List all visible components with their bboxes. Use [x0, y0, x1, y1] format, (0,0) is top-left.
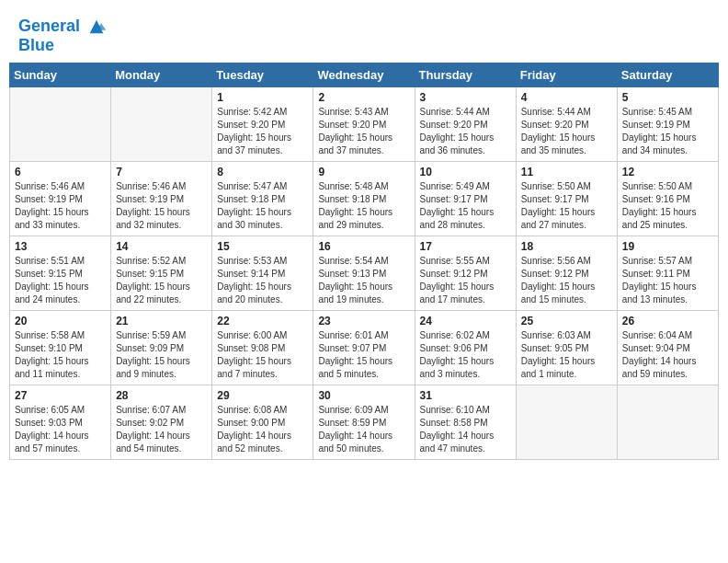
- cell-content: Sunrise: 5:52 AM Sunset: 9:15 PM Dayligh…: [116, 255, 207, 306]
- cell-content: Sunrise: 5:48 AM Sunset: 9:18 PM Dayligh…: [318, 180, 409, 232]
- calendar-cell: [111, 86, 212, 161]
- calendar-week-row: 1Sunrise: 5:42 AM Sunset: 9:20 PM Daylig…: [10, 86, 719, 161]
- cell-content: Sunrise: 6:03 AM Sunset: 9:05 PM Dayligh…: [521, 329, 612, 381]
- logo-text: General Blue: [18, 17, 107, 55]
- cell-content: Sunrise: 5:57 AM Sunset: 9:11 PM Dayligh…: [622, 255, 713, 306]
- cell-content: Sunrise: 5:56 AM Sunset: 9:12 PM Dayligh…: [521, 255, 612, 306]
- calendar-week-row: 27Sunrise: 6:05 AM Sunset: 9:03 PM Dayli…: [10, 385, 719, 459]
- cell-content: Sunrise: 5:42 AM Sunset: 9:20 PM Dayligh…: [217, 106, 308, 157]
- day-number: 10: [420, 166, 511, 178]
- calendar-cell: 27Sunrise: 6:05 AM Sunset: 9:03 PM Dayli…: [10, 385, 111, 459]
- weekday-header-row: SundayMondayTuesdayWednesdayThursdayFrid…: [10, 63, 719, 86]
- calendar-cell: 13Sunrise: 5:51 AM Sunset: 9:15 PM Dayli…: [10, 236, 111, 310]
- calendar-cell: 1Sunrise: 5:42 AM Sunset: 9:20 PM Daylig…: [212, 86, 313, 161]
- weekday-header-friday: Friday: [516, 63, 617, 86]
- day-number: 7: [116, 166, 207, 178]
- day-number: 28: [116, 389, 207, 402]
- calendar-cell: [516, 385, 617, 459]
- day-number: 1: [217, 91, 308, 104]
- weekday-header-monday: Monday: [111, 63, 212, 86]
- calendar-week-row: 20Sunrise: 5:58 AM Sunset: 9:10 PM Dayli…: [10, 310, 719, 385]
- day-number: 30: [318, 389, 409, 402]
- day-number: 16: [318, 240, 409, 253]
- day-number: 5: [622, 91, 713, 104]
- day-number: 26: [622, 315, 713, 327]
- calendar-cell: 14Sunrise: 5:52 AM Sunset: 9:15 PM Dayli…: [111, 236, 212, 310]
- calendar-cell: 20Sunrise: 5:58 AM Sunset: 9:10 PM Dayli…: [10, 310, 111, 385]
- cell-content: Sunrise: 6:05 AM Sunset: 9:03 PM Dayligh…: [15, 404, 106, 455]
- cell-content: Sunrise: 5:46 AM Sunset: 9:19 PM Dayligh…: [116, 180, 207, 232]
- day-number: 9: [318, 166, 409, 178]
- calendar-cell: 15Sunrise: 5:53 AM Sunset: 9:14 PM Dayli…: [212, 236, 313, 310]
- day-number: 15: [217, 240, 308, 253]
- calendar-cell: 5Sunrise: 5:45 AM Sunset: 9:19 PM Daylig…: [617, 86, 718, 161]
- page-header: General Blue: [9, 9, 719, 59]
- calendar-cell: 2Sunrise: 5:43 AM Sunset: 9:20 PM Daylig…: [313, 86, 415, 161]
- calendar-cell: 4Sunrise: 5:44 AM Sunset: 9:20 PM Daylig…: [516, 86, 617, 161]
- day-number: 13: [15, 240, 106, 253]
- day-number: 3: [420, 91, 511, 104]
- calendar-table: SundayMondayTuesdayWednesdayThursdayFrid…: [9, 63, 719, 460]
- calendar-cell: 7Sunrise: 5:46 AM Sunset: 9:19 PM Daylig…: [111, 161, 212, 236]
- day-number: 8: [217, 166, 308, 178]
- calendar-cell: 21Sunrise: 5:59 AM Sunset: 9:09 PM Dayli…: [111, 310, 212, 385]
- cell-content: Sunrise: 5:44 AM Sunset: 9:20 PM Dayligh…: [420, 106, 511, 157]
- calendar-cell: 18Sunrise: 5:56 AM Sunset: 9:12 PM Dayli…: [516, 236, 617, 310]
- day-number: 17: [420, 240, 511, 253]
- cell-content: Sunrise: 5:50 AM Sunset: 9:16 PM Dayligh…: [622, 180, 713, 232]
- calendar-cell: 22Sunrise: 6:00 AM Sunset: 9:08 PM Dayli…: [212, 310, 313, 385]
- cell-content: Sunrise: 6:10 AM Sunset: 8:58 PM Dayligh…: [420, 404, 511, 455]
- cell-content: Sunrise: 5:59 AM Sunset: 9:09 PM Dayligh…: [116, 329, 207, 381]
- calendar-cell: 12Sunrise: 5:50 AM Sunset: 9:16 PM Dayli…: [617, 161, 718, 236]
- cell-content: Sunrise: 5:54 AM Sunset: 9:13 PM Dayligh…: [318, 255, 409, 306]
- cell-content: Sunrise: 6:02 AM Sunset: 9:06 PM Dayligh…: [420, 329, 511, 381]
- calendar-cell: [617, 385, 718, 459]
- day-number: 18: [521, 240, 612, 253]
- cell-content: Sunrise: 5:58 AM Sunset: 9:10 PM Dayligh…: [15, 329, 106, 381]
- cell-content: Sunrise: 5:44 AM Sunset: 9:20 PM Dayligh…: [521, 106, 612, 157]
- day-number: 6: [15, 166, 106, 178]
- day-number: 4: [521, 91, 612, 104]
- calendar-cell: 26Sunrise: 6:04 AM Sunset: 9:04 PM Dayli…: [617, 310, 718, 385]
- day-number: 2: [318, 91, 409, 104]
- calendar-cell: 6Sunrise: 5:46 AM Sunset: 9:19 PM Daylig…: [10, 161, 111, 236]
- calendar-cell: 10Sunrise: 5:49 AM Sunset: 9:17 PM Dayli…: [415, 161, 516, 236]
- cell-content: Sunrise: 5:51 AM Sunset: 9:15 PM Dayligh…: [15, 255, 106, 306]
- cell-content: Sunrise: 5:46 AM Sunset: 9:19 PM Dayligh…: [15, 180, 106, 232]
- day-number: 20: [15, 315, 106, 327]
- calendar-cell: 30Sunrise: 6:09 AM Sunset: 8:59 PM Dayli…: [313, 385, 415, 459]
- cell-content: Sunrise: 5:55 AM Sunset: 9:12 PM Dayligh…: [420, 255, 511, 306]
- day-number: 12: [622, 166, 713, 178]
- cell-content: Sunrise: 5:50 AM Sunset: 9:17 PM Dayligh…: [521, 180, 612, 232]
- weekday-header-sunday: Sunday: [10, 63, 111, 86]
- calendar-cell: 29Sunrise: 6:08 AM Sunset: 9:00 PM Dayli…: [212, 385, 313, 459]
- cell-content: Sunrise: 5:49 AM Sunset: 9:17 PM Dayligh…: [420, 180, 511, 232]
- weekday-header-tuesday: Tuesday: [212, 63, 313, 86]
- cell-content: Sunrise: 6:07 AM Sunset: 9:02 PM Dayligh…: [116, 404, 207, 455]
- cell-content: Sunrise: 5:43 AM Sunset: 9:20 PM Dayligh…: [318, 106, 409, 157]
- calendar-cell: 19Sunrise: 5:57 AM Sunset: 9:11 PM Dayli…: [617, 236, 718, 310]
- day-number: 29: [217, 389, 308, 402]
- day-number: 14: [116, 240, 207, 253]
- day-number: 27: [15, 389, 106, 402]
- calendar-cell: 9Sunrise: 5:48 AM Sunset: 9:18 PM Daylig…: [313, 161, 415, 236]
- cell-content: Sunrise: 5:53 AM Sunset: 9:14 PM Dayligh…: [217, 255, 308, 306]
- calendar-cell: 28Sunrise: 6:07 AM Sunset: 9:02 PM Dayli…: [111, 385, 212, 459]
- calendar-week-row: 6Sunrise: 5:46 AM Sunset: 9:19 PM Daylig…: [10, 161, 719, 236]
- cell-content: Sunrise: 6:08 AM Sunset: 9:00 PM Dayligh…: [217, 404, 308, 455]
- day-number: 19: [622, 240, 713, 253]
- weekday-header-saturday: Saturday: [617, 63, 718, 86]
- logo: General Blue: [18, 17, 107, 55]
- calendar-cell: 11Sunrise: 5:50 AM Sunset: 9:17 PM Dayli…: [516, 161, 617, 236]
- calendar-cell: 17Sunrise: 5:55 AM Sunset: 9:12 PM Dayli…: [415, 236, 516, 310]
- day-number: 31: [420, 389, 511, 402]
- calendar-cell: 8Sunrise: 5:47 AM Sunset: 9:18 PM Daylig…: [212, 161, 313, 236]
- cell-content: Sunrise: 6:01 AM Sunset: 9:07 PM Dayligh…: [318, 329, 409, 381]
- day-number: 11: [521, 166, 612, 178]
- cell-content: Sunrise: 5:45 AM Sunset: 9:19 PM Dayligh…: [622, 106, 713, 157]
- calendar-cell: 31Sunrise: 6:10 AM Sunset: 8:58 PM Dayli…: [415, 385, 516, 459]
- calendar-cell: 16Sunrise: 5:54 AM Sunset: 9:13 PM Dayli…: [313, 236, 415, 310]
- weekday-header-wednesday: Wednesday: [313, 63, 415, 86]
- calendar-cell: 3Sunrise: 5:44 AM Sunset: 9:20 PM Daylig…: [415, 86, 516, 161]
- calendar-cell: 24Sunrise: 6:02 AM Sunset: 9:06 PM Dayli…: [415, 310, 516, 385]
